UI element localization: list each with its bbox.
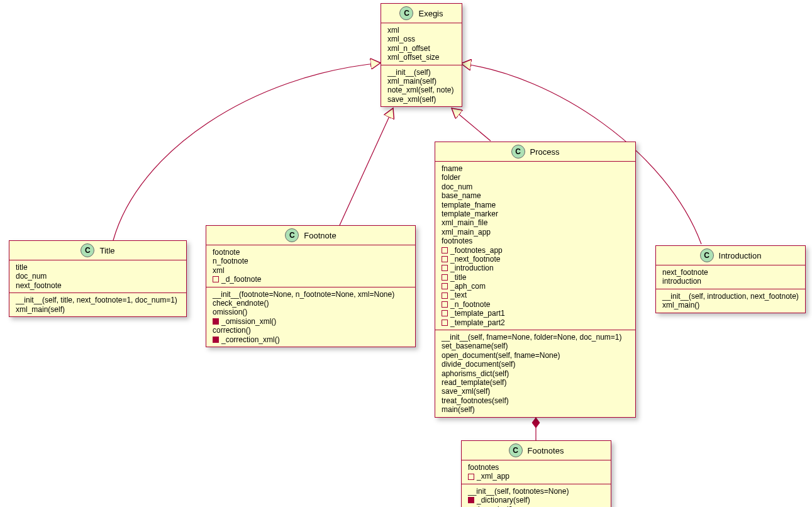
attrs-section: fnamefolderdoc_numbase_nametemplate_fnam… — [435, 162, 635, 330]
class-name: Footnotes — [528, 446, 564, 455]
member: correction() — [213, 326, 409, 335]
class-name: Process — [530, 147, 560, 157]
member: save_xml(self) — [387, 95, 455, 104]
member: __init__(footnote=None, n_footnote=None,… — [213, 290, 409, 299]
member: n_footnote — [213, 257, 409, 265]
member: __init__(self, fname=None, folder=None, … — [442, 333, 629, 342]
member: aphorisms_dict(self) — [442, 369, 629, 378]
member: __init__(self) — [387, 68, 455, 77]
methods-section: __init__(self, footnotes=None)_dictionar… — [462, 484, 611, 507]
member: doc_num — [442, 182, 629, 191]
attrs-section: xmlxml_ossxml_n_offsetxml_offset_size — [381, 23, 462, 65]
member: treat_footnotes(self) — [442, 396, 629, 405]
class-introduction: C Introduction next_footnoteintroduction… — [655, 245, 806, 313]
member: _omission_xml() — [213, 317, 409, 326]
member: xml_main_app — [442, 228, 629, 237]
member: omission() — [213, 308, 409, 316]
member: xml_main_file — [442, 218, 629, 227]
class-footnote: C Footnote footnoten_footnotexml_d_footn… — [206, 225, 416, 347]
member: _template_part2 — [442, 318, 629, 327]
visibility-marker — [442, 301, 448, 308]
class-name: Title — [99, 246, 114, 255]
member: open_document(self, fname=None) — [442, 351, 629, 360]
member: _xml_app — [468, 472, 604, 481]
member: next_footnote — [662, 268, 799, 277]
visibility-marker — [213, 276, 219, 282]
member: _introduction — [442, 264, 629, 272]
visibility-marker — [468, 474, 474, 480]
member: xml — [213, 266, 409, 275]
visibility-marker — [442, 310, 448, 316]
member: check_endnote() — [213, 299, 409, 308]
class-exegis: C Exegis xmlxml_ossxml_n_offsetxml_offse… — [381, 3, 462, 107]
attrs-section: titledoc_numnext_footnote — [9, 260, 186, 293]
class-name: Introduction — [719, 251, 762, 260]
visibility-marker — [213, 318, 219, 325]
member: _n_footnote — [442, 300, 629, 309]
member: xml — [387, 26, 455, 35]
member: divide_document(self) — [442, 360, 629, 369]
visibility-marker — [442, 256, 448, 262]
member: xml_n_offset — [387, 44, 455, 53]
class-header: C Introduction — [656, 246, 805, 265]
member: fname — [442, 164, 629, 173]
visibility-marker — [442, 274, 448, 281]
member: footnotes — [468, 463, 604, 472]
member: _d_footnote — [213, 275, 409, 284]
visibility-marker — [442, 283, 448, 289]
member: _dictionary(self) — [468, 496, 604, 504]
member: _correction_xml() — [213, 335, 409, 344]
member: folder — [442, 173, 629, 182]
class-icon: C — [81, 243, 94, 257]
visibility-marker — [213, 337, 219, 343]
class-name: Footnote — [304, 231, 336, 240]
member: set_basename(self) — [442, 342, 629, 350]
class-icon: C — [285, 228, 299, 242]
visibility-marker — [442, 320, 448, 326]
visibility-marker — [442, 265, 448, 271]
member: __init__(self, footnotes=None) — [468, 487, 604, 496]
methods-section: __init__(self, fname=None, folder=None, … — [435, 330, 635, 417]
member: xml_offset_size — [387, 53, 455, 62]
member: footnotes — [442, 237, 629, 245]
member: template_marker — [442, 209, 629, 218]
member: _next_footnote — [442, 255, 629, 264]
class-icon: C — [399, 6, 413, 20]
class-icon: C — [509, 443, 523, 457]
methods-section: __init__(self)xml_main(self)note_xml(sel… — [381, 65, 462, 107]
member: next_footnote — [16, 281, 180, 290]
class-icon: C — [511, 145, 525, 159]
member: base_name — [442, 191, 629, 200]
class-footnotes: C Footnotes footnotes_xml_app __init__(s… — [461, 440, 611, 507]
class-process: C Process fnamefolderdoc_numbase_nametem… — [435, 142, 636, 418]
methods-section: __init__(self, title, next_footnote=1, d… — [9, 293, 186, 316]
member: _title — [442, 273, 629, 282]
member: read_template(self) — [442, 378, 629, 387]
member: _footnotes_app — [442, 246, 629, 255]
member: __init__(self, introduction, next_footno… — [662, 292, 799, 301]
member: _template_part1 — [442, 309, 629, 318]
attrs-section: footnotes_xml_app — [462, 460, 611, 484]
member: template_fname — [442, 201, 629, 209]
member: _text — [442, 291, 629, 299]
visibility-marker — [442, 292, 448, 299]
methods-section: __init__(footnote=None, n_footnote=None,… — [206, 287, 415, 347]
class-header: C Footnotes — [462, 441, 611, 460]
class-header: C Footnote — [206, 226, 415, 245]
member: main(self) — [442, 405, 629, 414]
class-icon: C — [700, 248, 714, 262]
member: footnote — [213, 248, 409, 257]
member: __init__(self, title, next_footnote=1, d… — [16, 296, 180, 304]
methods-section: __init__(self, introduction, next_footno… — [656, 289, 805, 313]
class-title: C Title titledoc_numnext_footnote __init… — [9, 240, 187, 317]
member: save_xml(self) — [442, 387, 629, 396]
class-name: Exegis — [418, 9, 443, 18]
member: xml_main(self) — [387, 77, 455, 86]
attrs-section: next_footnoteintroduction — [656, 265, 805, 289]
member: introduction — [662, 277, 799, 286]
class-header: C Process — [435, 142, 635, 162]
visibility-marker — [468, 497, 474, 503]
member: xml_main(self) — [16, 305, 180, 314]
member: doc_num — [16, 272, 180, 281]
attrs-section: footnoten_footnotexml_d_footnote — [206, 245, 415, 287]
